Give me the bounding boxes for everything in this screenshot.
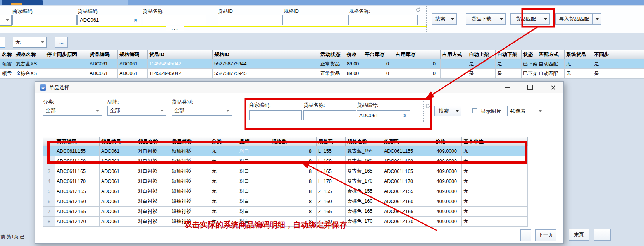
table-row[interactable]: 7ADC061Z165ADC061对白衬衫短袖衬衫无对白8Z_165金棕色_16… — [43, 207, 528, 217]
column-header[interactable]: 规格编码 — [118, 50, 148, 59]
column-header[interactable]: 货品名称 — [136, 137, 170, 146]
goods-match-dropdown-button[interactable] — [541, 13, 550, 25]
column-header[interactable]: 规格码 — [317, 137, 346, 146]
dialog-expander[interactable]: ··· — [166, 117, 184, 123]
dialog-titlebar[interactable]: w 单品选择 — [35, 82, 563, 93]
left-fragment-input[interactable] — [0, 37, 5, 48]
import-goods-match-dropdown-button[interactable] — [593, 13, 601, 25]
pager-fragment-button[interactable] — [594, 229, 611, 241]
table-cell: 无 — [565, 59, 592, 69]
goods-name-input[interactable] — [143, 15, 206, 25]
table-cell — [491, 217, 528, 227]
maximize-button[interactable] — [524, 83, 535, 92]
search-button[interactable]: 搜索 — [432, 13, 448, 25]
column-header[interactable]: 品牌 — [238, 137, 270, 146]
table-row[interactable]: 5ADC061Z155ADC061对白衬衫短袖衬衫无对白8Z_155金棕色_15… — [43, 186, 528, 196]
show-image-checkbox[interactable] — [472, 108, 477, 113]
table-row[interactable]: 领雪金棕色XSADC061ADC061114564945042552758775… — [0, 69, 644, 79]
last-page-button[interactable]: 末页 — [569, 229, 589, 241]
column-header[interactable]: 状态 — [522, 50, 537, 59]
column-header[interactable]: 占用方式 — [441, 50, 467, 59]
none-combo[interactable]: 无 — [13, 37, 47, 48]
more-button[interactable]: ... — [55, 37, 68, 48]
clear-icon[interactable]: × — [134, 17, 137, 23]
clear-icon[interactable]: × — [403, 113, 406, 118]
column-header[interactable]: 停止同步原因 — [45, 50, 88, 59]
brand-combo[interactable]: 全部 — [107, 106, 166, 116]
table-row[interactable]: 6ADC061Z160ADC061对白衬衫短袖衬衫无对白8Z_160金棕色_16… — [43, 196, 528, 207]
spec-id-input[interactable] — [284, 15, 349, 25]
next-page-button[interactable]: 下一页 — [535, 229, 556, 241]
column-header[interactable]: 名称 — [0, 50, 14, 59]
dialog-search-button[interactable]: 搜索 — [434, 106, 453, 116]
column-header[interactable]: 货品编号 — [100, 137, 136, 146]
table-cell: ADC061 — [118, 69, 148, 79]
refresh-icon[interactable] — [425, 103, 430, 109]
column-header[interactable]: 规格名称 — [346, 137, 382, 146]
table-cell: ADC061 — [88, 59, 118, 69]
table-row[interactable]: 4ADC061L170ADC061对白衬衫短袖衬衫无对白8L_170复古蓝_17… — [43, 176, 528, 186]
column-header[interactable]: 平台库存 — [363, 50, 394, 59]
column-header[interactable]: 规格数 — [270, 137, 317, 146]
column-header[interactable]: 商家编码 — [55, 137, 100, 146]
tab-inactive[interactable] — [43, 0, 128, 5]
column-header[interactable]: 规格ID — [213, 50, 319, 59]
pager-fragment-button[interactable] — [520, 229, 531, 241]
column-header[interactable]: 活动状态 — [319, 50, 345, 59]
tab-text-sliver — [11, 3, 22, 5]
table-cell: 是 — [467, 59, 496, 69]
goods-match-button[interactable]: 货品匹配 — [510, 13, 541, 25]
refresh-icon[interactable] — [415, 7, 421, 12]
import-goods-match-button[interactable]: 导入货品匹配 — [555, 13, 593, 25]
form-expander[interactable]: ··· — [166, 26, 184, 31]
dialog-goods-number-input[interactable] — [357, 110, 410, 120]
column-header[interactable]: 基本单位 — [462, 137, 491, 146]
table-row[interactable]: 领雪复古蓝XSADC061ADC061114564945042552758775… — [0, 59, 644, 69]
spec-name-input[interactable] — [349, 15, 418, 25]
search-dropdown-button[interactable] — [448, 13, 457, 25]
goods-id-input[interactable] — [218, 15, 283, 25]
column-header[interactable]: 不同步 — [592, 50, 644, 59]
goods-download-dropdown-button[interactable] — [497, 13, 506, 25]
goods-download-button[interactable]: 货品下载 — [466, 13, 497, 25]
column-header[interactable] — [491, 137, 528, 146]
dialog-goods-name-input[interactable] — [303, 110, 356, 120]
dialog-splitter[interactable] — [423, 101, 424, 122]
left-fragment-combo[interactable]: 多 — [0, 15, 12, 26]
column-header[interactable]: 价格 — [434, 137, 462, 146]
table-cell: 409.0000 — [434, 207, 462, 217]
column-header[interactable]: 占用库存 — [394, 50, 441, 59]
chevron-down-icon — [226, 110, 229, 112]
table-cell: 8 — [270, 146, 317, 156]
column-header[interactable]: 自动上架 — [467, 50, 496, 59]
column-header[interactable]: 货品编码 — [88, 50, 118, 59]
column-header[interactable]: 价格 — [345, 50, 363, 59]
column-header[interactable]: 匹配方式 — [537, 50, 565, 59]
field-label-merchant-code: 商家编码: — [249, 102, 271, 109]
column-header[interactable]: 系统货品 — [565, 50, 592, 59]
column-header[interactable]: 自动下架 — [496, 50, 522, 59]
column-header[interactable]: 条形码 — [382, 137, 434, 146]
column-header[interactable]: 货品简称 — [170, 137, 210, 146]
column-header[interactable]: 规格名称 — [14, 50, 45, 59]
image-size-combo[interactable]: 40像素 — [507, 106, 544, 116]
goods-type-combo[interactable]: 全部 — [172, 106, 232, 116]
column-header[interactable] — [43, 137, 55, 146]
goods-code-input[interactable] — [77, 15, 141, 25]
minimize-button[interactable] — [502, 83, 513, 92]
dialog-merchant-code-input[interactable] — [249, 110, 302, 120]
table-row[interactable]: 3ADC061L165ADC061对白衬衫短袖衬衫无对白8L_165复古蓝_16… — [43, 166, 528, 176]
tab-active[interactable] — [2, 0, 43, 5]
close-button[interactable] — [548, 83, 558, 92]
column-header[interactable]: 货品ID — [148, 50, 213, 59]
table-row[interactable]: 1ADC061L155ADC061对白衬衫短袖衬衫无对白8L_155复古蓝_15… — [43, 146, 528, 156]
merchant-code-input[interactable] — [12, 15, 77, 25]
category-combo[interactable]: 全部 — [43, 106, 102, 116]
panel-splitter[interactable] — [426, 6, 427, 32]
table-cell: 409.0000 — [434, 186, 462, 196]
table-row[interactable]: 2ADC061L160ADC061对白衬衫短袖衬衫无对白8L_160复古蓝_16… — [43, 156, 528, 166]
table-cell — [45, 59, 88, 69]
column-header[interactable]: 分类 — [210, 137, 238, 146]
table-cell — [45, 69, 88, 79]
dialog-search-dropdown-button[interactable] — [453, 106, 461, 116]
